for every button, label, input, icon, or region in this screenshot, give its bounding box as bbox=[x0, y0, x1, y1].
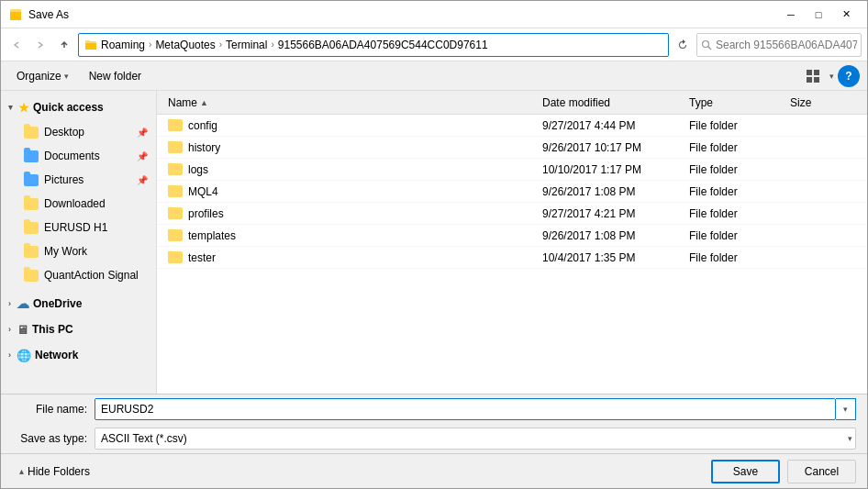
path-chevron-2: › bbox=[219, 39, 222, 50]
file-date-cell: 9/27/2017 4:21 PM bbox=[539, 207, 685, 220]
onedrive-label: OneDrive bbox=[33, 297, 82, 310]
file-row[interactable]: templates 9/26/2017 1:08 PM File folder bbox=[157, 225, 867, 247]
save-button[interactable]: Save bbox=[711, 460, 780, 483]
sidebar-item-pictures[interactable]: Pictures 📌 bbox=[1, 168, 156, 192]
sidebar-item-documents[interactable]: Documents 📌 bbox=[1, 144, 156, 168]
file-row[interactable]: logs 10/10/2017 1:17 PM File folder bbox=[157, 159, 867, 181]
network-chevron: › bbox=[8, 350, 11, 360]
file-type-cell: File folder bbox=[685, 251, 786, 264]
col-header-name[interactable]: Name ▲ bbox=[164, 91, 539, 114]
organize-button[interactable]: Organize ▾ bbox=[8, 65, 77, 87]
onedrive-cloud-icon: ☁ bbox=[17, 296, 29, 311]
file-row[interactable]: config 9/27/2017 4:44 PM File folder bbox=[157, 115, 867, 137]
onedrive-chevron: › bbox=[8, 299, 11, 308]
sidebar-item-quantaction[interactable]: QuantAction Signal bbox=[1, 263, 156, 287]
file-row[interactable]: profiles 9/27/2017 4:21 PM File folder bbox=[157, 203, 867, 225]
file-type-cell: File folder bbox=[685, 229, 786, 242]
cancel-button[interactable]: Cancel bbox=[787, 460, 856, 483]
eurusd-label: EURUSD H1 bbox=[44, 221, 148, 234]
sidebar-item-eurusd[interactable]: EURUSD H1 bbox=[1, 216, 156, 239]
up-button[interactable] bbox=[54, 35, 74, 55]
file-name-cell: templates bbox=[164, 229, 539, 242]
onedrive-header[interactable]: › ☁ OneDrive bbox=[1, 291, 156, 317]
pictures-folder-icon bbox=[24, 174, 39, 186]
hide-folders-bar[interactable]: ▴ Hide Folders bbox=[12, 460, 97, 483]
file-list: Name ▲ Date modified Type Size bbox=[157, 91, 867, 394]
mywork-label: My Work bbox=[44, 245, 148, 258]
path-chevron-3: › bbox=[271, 39, 273, 50]
dialog-title: Save As bbox=[28, 8, 69, 21]
desktop-label: Desktop bbox=[44, 126, 131, 139]
svg-rect-9 bbox=[807, 77, 812, 83]
folder-path-icon bbox=[84, 39, 97, 51]
view-button[interactable] bbox=[800, 65, 826, 87]
col-header-size[interactable]: Size bbox=[786, 91, 860, 114]
dialog-icon bbox=[8, 7, 23, 22]
file-name-cell: logs bbox=[164, 163, 539, 176]
new-folder-button[interactable]: New folder bbox=[81, 65, 150, 87]
quick-access-star-icon: ★ bbox=[18, 101, 29, 115]
file-list-header: Name ▲ Date modified Type Size bbox=[157, 91, 867, 115]
filetype-label: Save as type: bbox=[12, 432, 95, 445]
back-button[interactable] bbox=[6, 35, 27, 55]
downloaded-folder-icon bbox=[24, 198, 39, 210]
file-row[interactable]: history 9/26/2017 10:17 PM File folder bbox=[157, 137, 867, 159]
quick-access-header[interactable]: ▾ ★ Quick access bbox=[1, 94, 156, 120]
sidebar-item-downloaded[interactable]: Downloaded bbox=[1, 192, 156, 216]
svg-rect-4 bbox=[85, 40, 90, 43]
file-type-cell: File folder bbox=[685, 207, 786, 220]
help-button[interactable]: ? bbox=[838, 65, 860, 87]
network-label: Network bbox=[35, 349, 78, 361]
search-icon bbox=[701, 39, 712, 50]
address-path[interactable]: Roaming › MetaQuotes › Terminal › 915566… bbox=[78, 33, 669, 57]
network-header[interactable]: › 🌐 Network bbox=[1, 342, 156, 368]
forward-button[interactable] bbox=[30, 35, 50, 55]
filename-dropdown-arrow[interactable]: ▾ bbox=[836, 398, 856, 420]
file-date-cell: 9/26/2017 10:17 PM bbox=[539, 141, 685, 154]
title-bar: Save As ─ □ ✕ bbox=[1, 1, 867, 28]
close-button[interactable]: ✕ bbox=[832, 6, 860, 24]
maximize-button[interactable]: □ bbox=[805, 6, 832, 24]
filetype-select[interactable]: ASCII Text (*.csv) CSV (*.csv) Text (*.t… bbox=[95, 428, 856, 450]
file-rows-container: config 9/27/2017 4:44 PM File folder his… bbox=[157, 115, 867, 269]
view-chevron: ▾ bbox=[829, 72, 834, 81]
file-date-cell: 10/4/2017 1:35 PM bbox=[539, 251, 685, 264]
refresh-button[interactable] bbox=[673, 35, 693, 55]
filename-input[interactable] bbox=[95, 398, 836, 420]
col-header-type[interactable]: Type bbox=[685, 91, 786, 114]
file-row[interactable]: tester 10/4/2017 1:35 PM File folder bbox=[157, 247, 867, 269]
search-box[interactable] bbox=[696, 33, 862, 57]
main-content: ▾ ★ Quick access Desktop 📌 Documents 📌 P… bbox=[1, 91, 867, 394]
file-date-cell: 9/26/2017 1:08 PM bbox=[539, 229, 685, 242]
documents-folder-icon bbox=[24, 150, 39, 162]
network-icon: 🌐 bbox=[17, 349, 31, 362]
path-segment-roaming: Roaming bbox=[101, 39, 145, 51]
title-controls: ─ □ ✕ bbox=[777, 6, 860, 24]
col-header-date[interactable]: Date modified bbox=[539, 91, 685, 114]
filename-label: File name: bbox=[12, 403, 95, 416]
svg-rect-3 bbox=[85, 43, 96, 50]
file-name-cell: tester bbox=[164, 251, 539, 264]
sidebar-item-desktop[interactable]: Desktop 📌 bbox=[1, 120, 156, 144]
quantaction-folder-icon bbox=[24, 270, 39, 282]
sidebar-item-mywork[interactable]: My Work bbox=[1, 239, 156, 263]
search-input[interactable] bbox=[716, 39, 857, 51]
file-date-cell: 9/27/2017 4:44 PM bbox=[539, 119, 685, 132]
hide-folders-chevron: ▴ bbox=[19, 466, 24, 476]
file-row[interactable]: MQL4 9/26/2017 1:08 PM File folder bbox=[157, 181, 867, 203]
thispc-header[interactable]: › 🖥 This PC bbox=[1, 317, 156, 342]
svg-rect-7 bbox=[807, 70, 812, 75]
file-name-cell: profiles bbox=[164, 207, 539, 220]
svg-point-5 bbox=[703, 40, 709, 47]
button-row: ▴ Hide Folders Save Cancel bbox=[1, 453, 867, 488]
file-type-cell: File folder bbox=[685, 119, 786, 132]
address-bar: Roaming › MetaQuotes › Terminal › 915566… bbox=[1, 28, 867, 61]
sidebar: ▾ ★ Quick access Desktop 📌 Documents 📌 P… bbox=[1, 91, 157, 394]
minimize-button[interactable]: ─ bbox=[777, 6, 805, 24]
desktop-pin-icon: 📌 bbox=[137, 128, 148, 138]
hide-folders-label: Hide Folders bbox=[28, 465, 90, 478]
file-type-cell: File folder bbox=[685, 141, 786, 154]
quick-access-label: Quick access bbox=[33, 101, 104, 114]
save-as-dialog: Save As ─ □ ✕ Roaming › MetaQuotes › bbox=[0, 0, 868, 489]
documents-label: Documents bbox=[44, 150, 131, 162]
